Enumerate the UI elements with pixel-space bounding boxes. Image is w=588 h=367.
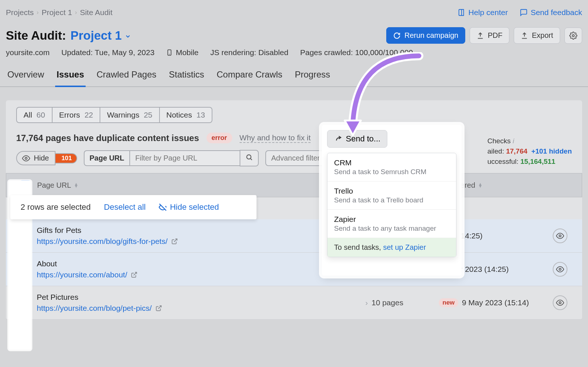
tab-overview[interactable]: Overview (6, 66, 46, 86)
help-center-link[interactable]: Help center (458, 8, 508, 17)
send-to-label: Send to... (346, 134, 380, 144)
page-title: Site Audit: Project 1 (6, 29, 131, 43)
sendto-popover: Send to... CRM Send a task to Semrush CR… (322, 125, 462, 276)
selection-bar: 2 rows are selected Deselect all Hide se… (10, 195, 257, 219)
pill-notices[interactable]: Notices 13 (160, 107, 212, 123)
hide-button[interactable]: Hide (16, 151, 55, 165)
domain-text: yoursite.com (6, 48, 50, 57)
checks-success-value: 15,164,511 (520, 158, 555, 165)
upload-icon (477, 32, 484, 39)
breadcrumb-projects[interactable]: Projects (6, 8, 34, 17)
rerun-label: Rerun campaign (404, 31, 458, 40)
svg-line-7 (174, 239, 177, 242)
external-link-icon[interactable] (171, 238, 178, 245)
table-header: Page URL ▲▼ Discovered ▲▼ (6, 173, 582, 197)
error-badge: error (207, 133, 232, 143)
row-url-link[interactable]: https://yoursite.com/blog/pet-pics/ (37, 304, 152, 313)
row-title: Pet Pictures (37, 293, 365, 302)
row-view-button[interactable] (553, 295, 567, 310)
pageurl-filter-input[interactable] (129, 150, 240, 166)
row-date: 9 May 2023 (15:14) (462, 298, 529, 307)
send-to-button[interactable]: Send to... (327, 130, 387, 148)
pill-errors[interactable]: Errors 22 (53, 107, 101, 123)
tab-crawled-pages[interactable]: Crawled Pages (95, 66, 158, 86)
sendto-option-zapier[interactable]: Zapier Send a task to any task manager (327, 210, 456, 238)
updated-text: Updated: Tue, May 9, 2023 (61, 48, 154, 57)
row-url-link[interactable]: https://yoursite.com/about/ (37, 270, 127, 279)
export-button[interactable]: Export (514, 27, 560, 44)
help-center-label: Help center (469, 8, 508, 17)
export-label: Export (532, 31, 553, 40)
sort-icon: ▲▼ (478, 183, 483, 187)
send-feedback-link[interactable]: Send feedback (520, 8, 582, 17)
book-icon (458, 8, 466, 17)
gear-icon (569, 32, 577, 40)
advanced-filter-input[interactable] (265, 150, 331, 166)
checks-success-label: uccessful: (487, 158, 520, 165)
how-to-fix-link[interactable]: Why and how to fix it (240, 133, 311, 143)
device-text: Mobile (166, 48, 198, 57)
sendto-dropdown: CRM Send a task to Semrush CRM Trello Se… (327, 153, 456, 257)
row-url-link[interactable]: https://yoursite.com/blog/gifts-for-pets… (37, 237, 168, 246)
row-title: About (37, 259, 365, 268)
row-title: Gifts for Pets (37, 226, 365, 235)
setup-zapier-link[interactable]: set up Zapier (383, 243, 426, 251)
pageurl-field-label: Page URL (84, 150, 129, 166)
pdf-label: PDF (488, 31, 502, 40)
svg-line-11 (158, 306, 161, 309)
pill-all[interactable]: All 60 (16, 107, 53, 123)
chevron-right-icon: › (75, 9, 77, 16)
table-row: Gifts for Pets https://yoursite.com/blog… (6, 219, 582, 253)
issue-filter-pills: All 60 Errors 22 Warnings 25 Notices 13 (6, 107, 582, 123)
breadcrumb: Projects › Project 1 › Site Audit (6, 8, 112, 17)
checks-hidden-link[interactable]: +101 hidden (531, 147, 572, 155)
share-arrow-icon (334, 135, 342, 143)
tab-compare-crawls[interactable]: Compare Crawls (215, 66, 284, 86)
svg-point-10 (559, 268, 561, 270)
row-pages: 10 pages (372, 298, 403, 307)
issue-headline: 17,764 pages have duplicate content issu… (16, 133, 199, 143)
deselect-all-link[interactable]: Deselect all (104, 202, 146, 212)
svg-line-5 (251, 159, 252, 160)
project-selector[interactable]: Project 1 (71, 29, 131, 43)
breadcrumb-current: Site Audit (80, 8, 112, 17)
row-view-button[interactable] (553, 262, 567, 277)
tab-statistics[interactable]: Statistics (168, 66, 206, 86)
svg-point-12 (559, 302, 561, 304)
selection-count-text: 2 rows are selected (21, 202, 91, 212)
chevron-right-icon: › (37, 9, 39, 16)
tab-issues[interactable]: Issues (55, 66, 86, 87)
hide-selected-link[interactable]: Hide selected (159, 202, 219, 212)
column-page-url[interactable]: Page URL ▲▼ (37, 181, 365, 190)
chevron-down-icon (125, 29, 131, 43)
new-badge: new (439, 298, 458, 307)
chat-icon (520, 8, 528, 17)
external-link-icon[interactable] (155, 305, 162, 312)
sendto-footer: To send tasks, set up Zapier (327, 238, 456, 257)
refresh-icon (393, 32, 401, 39)
svg-point-4 (247, 155, 251, 159)
eye-off-icon (159, 203, 167, 211)
chevron-right-icon: › (365, 298, 368, 307)
tab-progress[interactable]: Progress (293, 66, 331, 86)
rerun-campaign-button[interactable]: Rerun campaign (386, 27, 465, 44)
hide-count-badge: 101 (55, 153, 77, 163)
pill-warnings[interactable]: Warnings 25 (100, 107, 159, 123)
row-view-button[interactable] (553, 229, 567, 243)
search-icon (245, 154, 253, 161)
mobile-icon (166, 48, 173, 57)
eye-icon (22, 154, 30, 162)
sendto-option-trello[interactable]: Trello Send a task to a Trello board (327, 181, 456, 210)
sendto-option-crm[interactable]: CRM Send a task to Semrush CRM (327, 153, 456, 181)
svg-line-9 (134, 272, 137, 275)
info-icon[interactable]: i (513, 137, 514, 145)
breadcrumb-project[interactable]: Project 1 (42, 8, 72, 17)
checks-summary: Checks i ailed: 17,764 +101 hidden ucces… (487, 137, 572, 168)
upload-icon (521, 32, 528, 39)
search-button[interactable] (240, 150, 259, 166)
external-link-icon[interactable] (131, 271, 137, 278)
pdf-button[interactable]: PDF (470, 27, 509, 44)
table-row: About https://yoursite.com/about/ ›1 pag… (6, 253, 582, 286)
settings-button[interactable] (564, 28, 582, 44)
checks-failed-label: ailed: (487, 147, 506, 155)
